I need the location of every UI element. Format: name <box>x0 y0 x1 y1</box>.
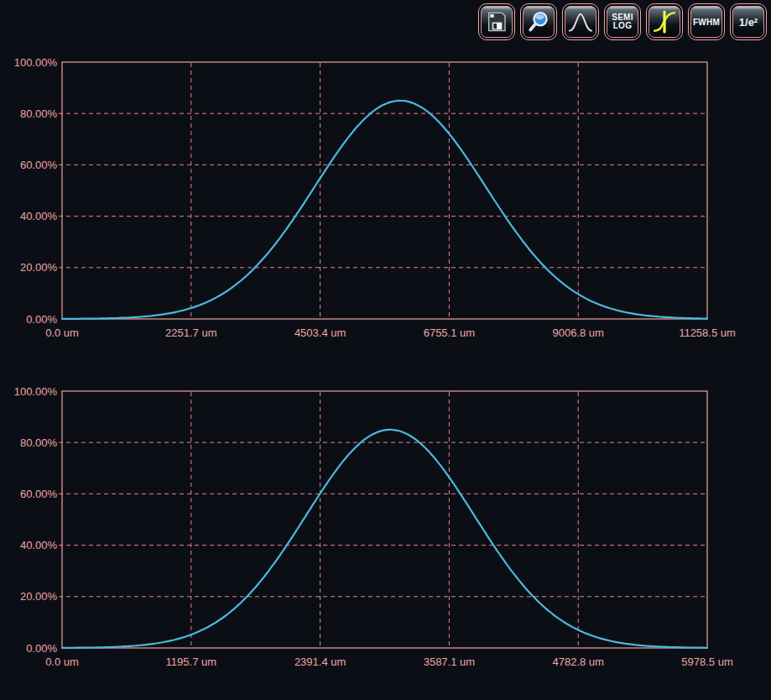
y-tick-label: 100.00% <box>14 385 58 398</box>
x-tick-label: 2251.7 um <box>165 326 216 339</box>
fwhm-button-face: FWHM <box>690 6 722 38</box>
plot-frame <box>62 62 707 319</box>
x-tick-label: 6755.1 um <box>424 326 475 339</box>
floppy-disk-icon <box>484 9 509 34</box>
x-tick-label: 2391.4 um <box>294 656 346 668</box>
knife-edge-curve-icon <box>652 9 677 34</box>
beam-profile-chart-top: 100.00%80.00%60.00%40.00%20.00%0.00%0.0 … <box>0 50 771 342</box>
beam-profiler-window: SEMI LOG FWHM 1/e² 100.00%80.00%60.00%40… <box>0 0 771 700</box>
y-tick-label: 40.00% <box>20 539 58 551</box>
beam-profile-chart-bottom: 100.00%80.00%60.00%40.00%20.00%0.00%0.0 … <box>0 379 771 671</box>
zoom-button-face <box>523 6 555 38</box>
x-tick-label: 4503.4 um <box>294 326 346 339</box>
x-tick-label: 0.0 um <box>45 326 79 339</box>
x-tick-label: 3587.1 um <box>424 656 475 668</box>
y-tick-label: 0.00% <box>26 313 57 326</box>
y-tick-label: 20.00% <box>20 590 58 603</box>
y-tick-label: 80.00% <box>20 436 58 449</box>
x-tick-label: 5978.5 um <box>681 656 732 668</box>
gaussian-curve-icon <box>568 9 593 34</box>
x-tick-label: 0.0 um <box>45 656 79 668</box>
knife-edge-button-face <box>649 6 680 38</box>
profile-curve <box>62 101 707 319</box>
zoom-button[interactable] <box>520 3 557 40</box>
save-button-face <box>481 6 513 38</box>
semilog-label-line2: LOG <box>613 22 633 31</box>
y-tick-label: 100.00% <box>14 56 58 69</box>
toolbar: SEMI LOG FWHM 1/e² <box>478 3 767 40</box>
gaussian-fit-button[interactable] <box>562 3 599 40</box>
fwhm-button[interactable]: FWHM <box>688 3 725 40</box>
y-tick-label: 20.00% <box>20 261 58 274</box>
inv-e-squared-label: 1/e² <box>739 16 758 29</box>
x-tick-label: 11258.5 um <box>679 326 736 339</box>
y-tick-label: 60.00% <box>20 488 58 500</box>
knife-edge-button[interactable] <box>646 3 683 40</box>
y-tick-label: 0.00% <box>26 642 57 655</box>
x-tick-label: 4782.8 um <box>552 656 603 668</box>
x-tick-label: 9006.8 um <box>552 326 603 339</box>
semilog-button[interactable]: SEMI LOG <box>604 3 641 40</box>
inv-e-squared-button[interactable]: 1/e² <box>730 3 767 40</box>
magnifier-icon <box>526 9 551 34</box>
semilog-button-face: SEMI LOG <box>607 6 638 38</box>
profile-curve <box>62 430 707 648</box>
y-tick-label: 40.00% <box>20 210 58 222</box>
y-tick-label: 80.00% <box>20 107 58 120</box>
inv-e-squared-button-face: 1/e² <box>732 6 764 38</box>
x-tick-label: 1195.7 um <box>166 656 216 668</box>
y-tick-label: 60.00% <box>20 159 58 171</box>
save-button[interactable] <box>478 3 515 40</box>
fwhm-label: FWHM <box>693 18 720 27</box>
gaussian-fit-button-face <box>565 6 596 38</box>
